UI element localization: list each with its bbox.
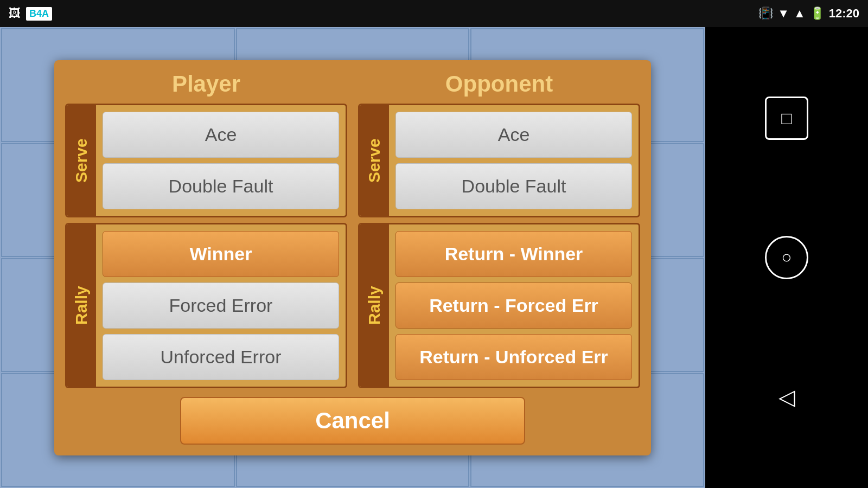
player-rally-label: Rally: [67, 224, 96, 387]
player-title: Player: [65, 71, 347, 97]
dialog-overlay: Player Serve Ace Double Fault Rally Winn…: [0, 27, 705, 488]
vibrate-icon: 📳: [758, 7, 773, 21]
back-button[interactable]: ◁: [765, 375, 808, 419]
player-serve-section: Serve Ace Double Fault: [65, 104, 347, 217]
opponent-return-winner-button[interactable]: Return - Winner: [395, 231, 632, 277]
opponent-rally-buttons: Return - Winner Return - Forced Err Retu…: [389, 224, 639, 387]
player-serve-label: Serve: [67, 105, 96, 216]
circle-button[interactable]: ○: [765, 236, 808, 279]
b4a-label: B4A: [26, 7, 52, 21]
opponent-serve-label: Serve: [360, 105, 389, 216]
cancel-button[interactable]: Cancel: [180, 397, 525, 445]
battery-icon: 🔋: [810, 7, 825, 21]
status-bar: 🖼 B4A 📳 ▼ ▲ 🔋 12:20: [0, 0, 868, 27]
player-forced-error-button[interactable]: Forced Error: [103, 282, 339, 329]
opponent-return-forced-err-button[interactable]: Return - Forced Err: [395, 282, 632, 329]
status-bar-left: 🖼 B4A: [9, 7, 52, 21]
opponent-serve-buttons: Ace Double Fault: [389, 105, 639, 216]
opponent-title: Opponent: [358, 71, 640, 97]
action-dialog: Player Serve Ace Double Fault Rally Winn…: [54, 60, 651, 455]
opponent-rally-label: Rally: [360, 224, 389, 387]
opponent-column: Opponent Serve Ace Double Fault Rally Re…: [358, 71, 640, 388]
signal-icon: ▲: [794, 7, 806, 21]
player-ace-button[interactable]: Ace: [103, 112, 339, 158]
status-bar-right: 📳 ▼ ▲ 🔋 12:20: [758, 7, 859, 21]
player-rally-section: Rally Winner Forced Error Unforced Error: [65, 223, 347, 388]
player-rally-buttons: Winner Forced Error Unforced Error: [96, 224, 346, 387]
nav-buttons: □ ○ ◁: [705, 27, 868, 488]
player-winner-button[interactable]: Winner: [103, 231, 339, 277]
opponent-rally-section: Rally Return - Winner Return - Forced Er…: [358, 223, 640, 388]
player-column: Player Serve Ace Double Fault Rally Winn…: [65, 71, 347, 388]
dialog-content: Player Serve Ace Double Fault Rally Winn…: [65, 71, 640, 388]
player-unforced-error-button[interactable]: Unforced Error: [103, 334, 339, 380]
player-serve-buttons: Ace Double Fault: [96, 105, 346, 216]
opponent-serve-section: Serve Ace Double Fault: [358, 104, 640, 217]
wifi-icon: ▼: [777, 7, 789, 21]
photo-icon: 🖼: [9, 7, 21, 21]
square-button[interactable]: □: [765, 97, 808, 140]
opponent-ace-button[interactable]: Ace: [395, 112, 632, 158]
time-display: 12:20: [829, 7, 859, 21]
player-double-fault-button[interactable]: Double Fault: [103, 163, 339, 209]
opponent-return-unforced-err-button[interactable]: Return - Unforced Err: [395, 334, 632, 380]
opponent-double-fault-button[interactable]: Double Fault: [395, 163, 632, 209]
